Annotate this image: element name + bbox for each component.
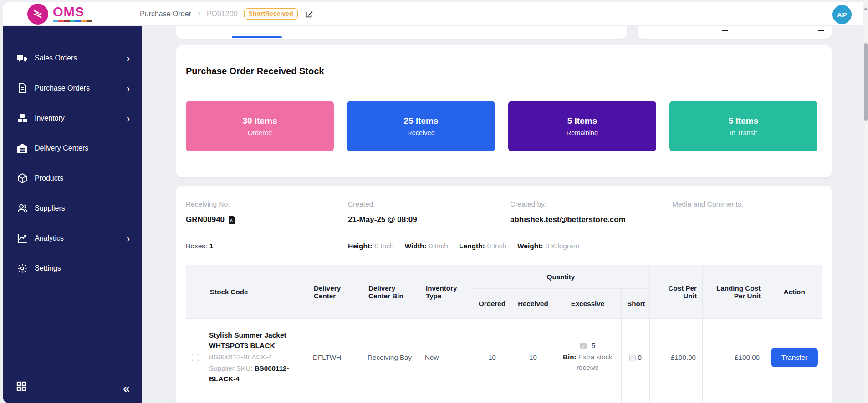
length-field: Length:0 Inch [459, 242, 506, 250]
active-tab-indicator[interactable] [232, 36, 282, 38]
cutoff-icon [818, 30, 824, 31]
received-stock-table: Stock Code Delivery Center Delivery Cent… [186, 265, 822, 403]
boxes-icon [16, 113, 28, 124]
people-icon [16, 203, 28, 214]
sidebar-item-delivery-centers[interactable]: Delivery Centers [3, 133, 142, 163]
chevron-right-icon: › [127, 234, 130, 243]
stat-label: Remaining [567, 129, 598, 136]
col-delivery-center: Delivery Center [308, 265, 363, 319]
pdf-file-icon[interactable]: A [228, 216, 235, 224]
col-landing-cost: Landing Cost Per Unit [703, 265, 766, 319]
top-header: OMS Purchase Order › PO01200 ShortReceiv… [3, 2, 863, 26]
stat-label: Ordered [248, 129, 272, 136]
logo-text: OMS [53, 5, 92, 19]
short-cell: 0 [622, 319, 650, 396]
sidebar: Sales Orders › Purchase Orders › Invento… [3, 26, 142, 403]
col-cost-per-unit: Cost Per Unit [650, 265, 703, 319]
table-row-partial [186, 396, 822, 403]
tabs-card-partial [176, 26, 627, 39]
breadcrumb-section[interactable]: Purchase Order [140, 10, 191, 18]
cutoff-icon [722, 30, 728, 31]
sidebar-item-purchase-orders[interactable]: Purchase Orders › [3, 73, 142, 103]
stat-value: 25 Items [403, 116, 438, 126]
sidebar-item-label: Suppliers [35, 204, 65, 212]
sidebar-collapse-icon[interactable]: « [123, 379, 130, 398]
height-field: Height:0 Inch [348, 242, 394, 250]
stat-label: Received [407, 129, 434, 136]
stat-ordered: 30 Items Ordered [186, 101, 334, 151]
received-stock-card: Purchase Order Received Stock 30 Items O… [176, 45, 832, 177]
boxes-label: Boxes: [186, 242, 207, 250]
sidebar-item-inventory[interactable]: Inventory › [3, 103, 142, 133]
sidebar-item-settings[interactable]: Settings [3, 253, 142, 283]
row-checkbox[interactable] [192, 354, 199, 361]
toolbar-card-partial [638, 26, 832, 39]
select-all-column [186, 265, 204, 319]
logo-color-bar [53, 20, 92, 22]
stat-remaining: 5 Items Remaining [508, 101, 656, 151]
main-content: Purchase Order Received Stock 30 Items O… [142, 26, 863, 403]
edit-icon[interactable] [305, 10, 313, 18]
apps-grid-icon[interactable] [16, 381, 26, 393]
stat-in-transit: 5 Items In Transit [669, 101, 817, 151]
dimensions-row: Height:0 Inch Width:0 Inch Length:0 Inch… [348, 242, 579, 250]
inventory-type-cell: New [420, 319, 472, 396]
col-received: Received [512, 289, 554, 319]
width-field: Width:0 Inch [405, 242, 448, 250]
logo-mark-icon [27, 4, 48, 25]
sidebar-item-label: Analytics [35, 234, 64, 242]
created-label: Created: [348, 200, 375, 208]
ordered-cell: 10 [472, 319, 512, 396]
col-short: Short [622, 289, 650, 319]
excessive-checkbox[interactable]: ✓ [580, 343, 587, 349]
sidebar-item-sales-orders[interactable]: Sales Orders › [3, 43, 142, 73]
excessive-cell: ✓ 5 Bin: Extra stock receive [554, 319, 622, 396]
breadcrumb-po-id: PO01200 [207, 10, 238, 18]
scrollbar-thumb[interactable] [864, 43, 868, 121]
sidebar-item-suppliers[interactable]: Suppliers [3, 193, 142, 223]
landing-cost-cell: £100.00 [703, 319, 766, 396]
app-logo[interactable]: OMS [27, 4, 92, 25]
receiving-details-card: Receiving No: Created: Created by: Media… [176, 186, 832, 403]
status-badge: ShortReceived [244, 8, 298, 20]
transfer-button[interactable]: Transfer [771, 348, 818, 367]
col-stock-code: Stock Code [204, 265, 308, 319]
boxes-field: Boxes: 1 [186, 242, 213, 250]
col-excessive: Excessive [554, 289, 622, 319]
warehouse-icon [16, 143, 28, 154]
weight-field: Weight:0 Kilogram [517, 242, 579, 250]
stat-value: 5 Items [729, 116, 758, 126]
chevron-right-icon: › [198, 9, 200, 18]
bin-value: Extra stock receive [577, 353, 613, 371]
col-inventory-type: Inventory Type [420, 265, 472, 319]
boxes-value: 1 [209, 242, 214, 250]
sidebar-item-label: Products [35, 174, 63, 182]
created-by-label: Created by: [510, 200, 546, 208]
chevron-right-icon: › [127, 114, 130, 123]
stats-row: 30 Items Ordered 25 Items Received 5 Ite… [186, 101, 817, 151]
sidebar-item-label: Settings [35, 264, 61, 272]
short-checkbox[interactable] [629, 355, 636, 361]
short-qty: 0 [638, 353, 641, 361]
excessive-qty: 5 [592, 342, 595, 349]
stat-received: 25 Items Received [347, 101, 495, 151]
bin-label: Bin: [563, 353, 577, 361]
col-action: Action [766, 265, 822, 319]
avatar[interactable]: AP [832, 5, 852, 24]
table-row: Stylish Summer Jacket WHTSPOT3 BLACK BS0… [186, 319, 822, 396]
chart-icon [16, 233, 28, 244]
received-cell: 10 [512, 319, 554, 396]
stat-value: 5 Items [567, 116, 597, 126]
stat-label: In Transit [730, 129, 757, 136]
scroll-up-icon[interactable] [864, 7, 868, 10]
page-scrollbar [863, 0, 868, 403]
media-comments-label: Media and Comments: [672, 200, 743, 208]
delivery-center-bin-cell: Receiving Bay [363, 319, 420, 396]
sidebar-item-products[interactable]: Products [3, 163, 142, 193]
cost-per-unit-cell: £100.00 [650, 319, 703, 396]
package-icon [16, 173, 28, 184]
document-icon [16, 83, 28, 94]
sidebar-item-analytics[interactable]: Analytics › [3, 223, 142, 253]
section-title: Purchase Order Received Stock [186, 66, 324, 76]
stat-value: 30 Items [242, 116, 277, 126]
